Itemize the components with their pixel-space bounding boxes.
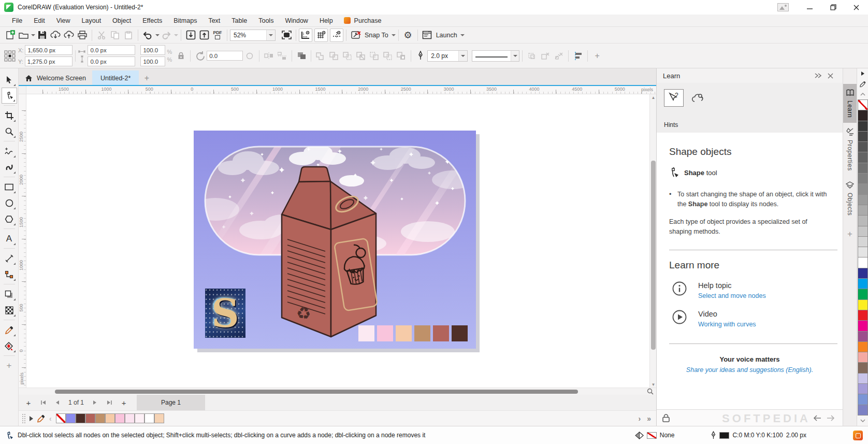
palette-expand-icon[interactable]: » [645, 414, 653, 423]
color-swatch[interactable] [433, 325, 449, 341]
color-eyedropper-tool[interactable] [2, 322, 17, 338]
whats-new-icon[interactable] [777, 3, 789, 11]
back-arrow-icon[interactable] [811, 412, 824, 424]
snap-to-label[interactable]: Snap To [365, 32, 388, 39]
color-swatch[interactable] [105, 413, 115, 423]
color-swatch[interactable] [858, 205, 868, 216]
add-tool-button[interactable]: + [2, 357, 17, 374]
restore-button[interactable] [821, 0, 845, 15]
color-swatch[interactable] [396, 325, 412, 341]
color-swatch[interactable] [858, 374, 868, 384]
open-button[interactable] [17, 28, 30, 42]
object-width-field[interactable]: 0.0 px [88, 45, 135, 55]
palette-flyout-icon[interactable] [30, 416, 33, 421]
first-page-button[interactable] [36, 396, 50, 409]
mirror-vertical-button[interactable] [276, 49, 289, 63]
video-link[interactable]: Working with curves [698, 321, 756, 328]
menu-text[interactable]: Text [202, 16, 226, 26]
paste-button[interactable] [122, 28, 135, 42]
color-swatch[interactable] [858, 342, 868, 352]
color-swatch[interactable] [858, 289, 868, 299]
outline-width-combobox[interactable]: 2.0 px [427, 50, 468, 62]
docker-tab-properties[interactable]: Properties [843, 123, 857, 176]
color-swatch[interactable] [858, 132, 868, 142]
create-boundary-button[interactable] [395, 49, 408, 63]
color-swatch[interactable] [858, 195, 868, 205]
s-bitmap-image[interactable]: S [205, 289, 245, 338]
crop-tool[interactable] [2, 107, 17, 123]
import-button[interactable] [184, 28, 197, 42]
outline-width-dropdown[interactable] [458, 51, 467, 61]
undo-button[interactable] [141, 28, 154, 42]
remove-fill-button[interactable] [539, 49, 552, 63]
color-swatch[interactable] [858, 174, 868, 184]
color-swatch[interactable] [858, 99, 868, 110]
back-minus-front-button[interactable] [381, 49, 395, 63]
menu-table[interactable]: Table [226, 16, 253, 26]
color-swatch[interactable] [452, 325, 468, 341]
snap-off-button[interactable] [349, 28, 363, 42]
color-swatch[interactable] [858, 216, 868, 226]
front-minus-back-button[interactable] [368, 49, 381, 63]
launch-label[interactable]: Launch [436, 32, 457, 39]
intersect-button[interactable] [341, 49, 354, 63]
horizontal-scroll-thumb[interactable] [55, 390, 578, 394]
outline-indicator[interactable]: C:0 M:0 Y:0 K:100 2.00 px [711, 431, 806, 439]
transparency-tool[interactable] [2, 302, 17, 318]
ruler-origin-corner[interactable] [19, 86, 26, 94]
color-swatch[interactable] [858, 321, 868, 331]
docker-tab-objects[interactable]: Objects [843, 176, 857, 221]
vertical-ruler[interactable]: pixels 25002000150010005000 [19, 94, 26, 388]
lock-icon[interactable] [662, 413, 670, 422]
color-swatch[interactable] [144, 413, 154, 423]
help-topic-link[interactable]: Select and move nodes [698, 292, 766, 299]
color-swatch[interactable] [76, 413, 85, 423]
line-style-dropdown[interactable] [511, 51, 519, 61]
color-swatch[interactable] [858, 237, 868, 247]
shape-tool[interactable] [2, 88, 17, 104]
open-dropdown[interactable] [31, 34, 35, 36]
order-button[interactable] [295, 49, 308, 63]
save-button[interactable] [35, 28, 49, 42]
get-from-cloud-button[interactable] [62, 28, 76, 42]
color-swatch[interactable] [95, 413, 105, 423]
connector-tool[interactable] [2, 266, 17, 282]
color-swatch[interactable] [858, 310, 868, 321]
fill-indicator[interactable]: None [635, 432, 675, 439]
rotation-field[interactable]: 0.0 [207, 51, 243, 61]
palette-options-flyout[interactable] [857, 68, 868, 79]
canvas-color-strip[interactable] [358, 325, 468, 341]
color-swatch[interactable] [858, 352, 868, 363]
launch-icon[interactable] [421, 28, 434, 42]
color-swatch[interactable] [66, 413, 76, 423]
simplify-button[interactable] [354, 49, 368, 63]
scale-x-field[interactable]: 100.0 [140, 45, 165, 55]
new-document-button[interactable] [3, 28, 17, 42]
redo-dropdown[interactable] [174, 34, 178, 36]
snap-to-dropdown[interactable] [392, 34, 396, 36]
remove-outline-button[interactable] [552, 49, 566, 63]
tips-icon[interactable] [853, 431, 863, 440]
color-swatch[interactable] [858, 405, 868, 416]
minimize-button[interactable] [798, 0, 821, 15]
color-swatch[interactable] [858, 332, 868, 342]
color-swatch[interactable] [858, 247, 868, 257]
pick-tool[interactable] [2, 71, 17, 88]
save-to-cloud-button[interactable] [49, 28, 62, 42]
add-page-before-button[interactable]: + [22, 396, 35, 409]
color-swatch[interactable] [858, 394, 868, 405]
weld-button[interactable] [314, 49, 327, 63]
align-distribute-button[interactable] [571, 49, 585, 63]
show-guidelines-toggle[interactable] [330, 28, 343, 42]
launch-dropdown[interactable] [460, 34, 465, 36]
mirror-horizontal-button[interactable] [262, 49, 276, 63]
hints-mode-button[interactable]: ? [664, 89, 684, 107]
horizontal-ruler[interactable]: pixels 150010005000500100015002000250030… [26, 86, 656, 94]
redo-button[interactable] [160, 28, 173, 42]
fullscreen-preview-button[interactable] [280, 28, 293, 42]
drop-shadow-tool[interactable] [2, 286, 17, 302]
add-page-after-button[interactable]: + [117, 396, 131, 409]
vertical-scroll-thumb[interactable] [651, 161, 656, 350]
explore-mode-button[interactable] [688, 90, 708, 107]
menu-file[interactable]: File [6, 16, 28, 26]
